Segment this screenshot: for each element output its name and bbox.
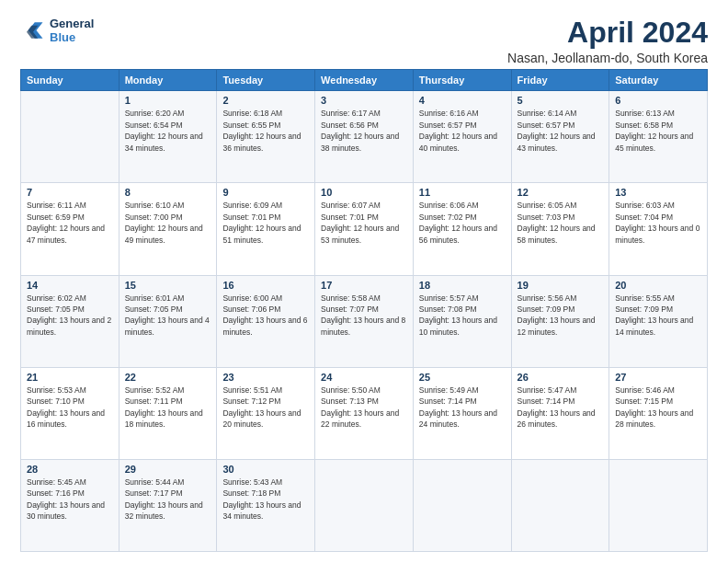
cell-w4-d6 (609, 459, 708, 551)
week-row-4: 28Sunrise: 5:45 AMSunset: 7:16 PMDayligh… (21, 459, 708, 551)
cell-info: Sunrise: 6:16 AMSunset: 6:57 PMDaylight:… (419, 109, 497, 152)
cell-w0-d2: 2Sunrise: 6:18 AMSunset: 6:55 PMDaylight… (217, 91, 315, 183)
cell-info: Sunrise: 6:10 AMSunset: 7:00 PMDaylight:… (125, 201, 203, 244)
cell-info: Sunrise: 6:14 AMSunset: 6:57 PMDaylight:… (518, 109, 596, 152)
cell-w1-d1: 8Sunrise: 6:10 AMSunset: 7:00 PMDaylight… (119, 183, 217, 275)
page: General Blue April 2024 Nasan, Jeollanam… (0, 0, 728, 563)
cell-info: Sunrise: 6:06 AMSunset: 7:02 PMDaylight:… (419, 201, 497, 244)
cell-info: Sunrise: 5:55 AMSunset: 7:09 PMDaylight:… (615, 293, 693, 337)
cell-info: Sunrise: 6:03 AMSunset: 7:04 PMDaylight:… (615, 201, 700, 244)
cell-info: Sunrise: 6:02 AMSunset: 7:05 PMDaylight:… (27, 293, 111, 337)
cell-w0-d6: 6Sunrise: 6:13 AMSunset: 6:58 PMDaylight… (609, 91, 708, 183)
day-number: 16 (222, 280, 309, 291)
cell-info: Sunrise: 6:05 AMSunset: 7:03 PMDaylight:… (518, 201, 596, 244)
cell-w0-d1: 1Sunrise: 6:20 AMSunset: 6:54 PMDaylight… (119, 91, 217, 183)
title-block: April 2024 Nasan, Jeollanam-do, South Ko… (507, 17, 708, 65)
day-number: 9 (222, 187, 309, 198)
day-number: 7 (27, 187, 113, 198)
day-number: 2 (222, 95, 309, 106)
cell-w2-d4: 18Sunrise: 5:57 AMSunset: 7:08 PMDayligh… (413, 275, 511, 367)
day-number: 21 (27, 372, 113, 383)
cell-w2-d5: 19Sunrise: 5:56 AMSunset: 7:09 PMDayligh… (511, 275, 609, 367)
cell-w4-d2: 30Sunrise: 5:43 AMSunset: 7:18 PMDayligh… (217, 459, 315, 551)
cell-info: Sunrise: 5:45 AMSunset: 7:16 PMDaylight:… (27, 477, 105, 521)
cell-info: Sunrise: 6:13 AMSunset: 6:58 PMDaylight:… (615, 109, 693, 152)
cell-info: Sunrise: 5:47 AMSunset: 7:14 PMDaylight:… (518, 385, 596, 429)
cell-info: Sunrise: 6:18 AMSunset: 6:55 PMDaylight:… (222, 109, 301, 152)
day-number: 13 (615, 187, 701, 198)
day-number: 6 (615, 95, 701, 106)
day-number: 19 (518, 280, 604, 291)
day-number: 24 (321, 372, 407, 383)
cell-w3-d0: 21Sunrise: 5:53 AMSunset: 7:10 PMDayligh… (21, 367, 119, 459)
cell-info: Sunrise: 6:00 AMSunset: 7:06 PMDaylight:… (222, 293, 307, 337)
cell-w3-d2: 23Sunrise: 5:51 AMSunset: 7:12 PMDayligh… (217, 367, 315, 459)
day-number: 30 (222, 464, 309, 475)
cell-w1-d3: 10Sunrise: 6:07 AMSunset: 7:01 PMDayligh… (315, 183, 414, 275)
cell-info: Sunrise: 5:52 AMSunset: 7:11 PMDaylight:… (125, 385, 203, 429)
day-number: 4 (419, 95, 506, 106)
day-number: 18 (419, 280, 506, 291)
cell-info: Sunrise: 6:17 AMSunset: 6:56 PMDaylight:… (321, 109, 399, 152)
cell-info: Sunrise: 5:44 AMSunset: 7:17 PMDaylight:… (125, 477, 203, 521)
day-number: 20 (615, 280, 701, 291)
cell-info: Sunrise: 5:56 AMSunset: 7:09 PMDaylight:… (518, 293, 596, 337)
cell-w1-d0: 7Sunrise: 6:11 AMSunset: 6:59 PMDaylight… (21, 183, 119, 275)
day-number: 23 (222, 372, 309, 383)
cell-info: Sunrise: 6:11 AMSunset: 6:59 PMDaylight:… (27, 201, 105, 244)
day-number: 11 (419, 187, 506, 198)
day-number: 27 (615, 372, 701, 383)
cell-info: Sunrise: 5:49 AMSunset: 7:14 PMDaylight:… (419, 385, 497, 429)
main-title: April 2024 (507, 17, 708, 49)
cell-w0-d0 (21, 91, 119, 183)
cell-info: Sunrise: 6:20 AMSunset: 6:54 PMDaylight:… (125, 109, 203, 152)
day-number: 17 (321, 280, 407, 291)
col-monday: Monday (119, 70, 217, 91)
cell-info: Sunrise: 6:09 AMSunset: 7:01 PMDaylight:… (222, 201, 301, 244)
col-friday: Friday (511, 70, 609, 91)
cell-info: Sunrise: 5:58 AMSunset: 7:07 PMDaylight:… (321, 293, 405, 337)
cell-w4-d5 (511, 459, 609, 551)
header: General Blue April 2024 Nasan, Jeollanam… (20, 17, 708, 65)
week-row-1: 7Sunrise: 6:11 AMSunset: 6:59 PMDaylight… (21, 183, 708, 275)
col-thursday: Thursday (413, 70, 511, 91)
day-number: 10 (321, 187, 407, 198)
cell-w0-d4: 4Sunrise: 6:16 AMSunset: 6:57 PMDaylight… (413, 91, 511, 183)
cell-w3-d1: 22Sunrise: 5:52 AMSunset: 7:11 PMDayligh… (119, 367, 217, 459)
cell-w2-d2: 16Sunrise: 6:00 AMSunset: 7:06 PMDayligh… (217, 275, 315, 367)
logo: General Blue (20, 17, 94, 44)
cell-info: Sunrise: 6:01 AMSunset: 7:05 PMDaylight:… (125, 293, 210, 337)
cell-w2-d3: 17Sunrise: 5:58 AMSunset: 7:07 PMDayligh… (315, 275, 414, 367)
cell-w1-d5: 12Sunrise: 6:05 AMSunset: 7:03 PMDayligh… (511, 183, 609, 275)
day-number: 28 (27, 464, 113, 475)
cell-info: Sunrise: 5:51 AMSunset: 7:12 PMDaylight:… (222, 385, 301, 429)
day-number: 29 (125, 464, 211, 475)
cell-info: Sunrise: 5:53 AMSunset: 7:10 PMDaylight:… (27, 385, 105, 429)
cell-w0-d5: 5Sunrise: 6:14 AMSunset: 6:57 PMDaylight… (511, 91, 609, 183)
col-sunday: Sunday (21, 70, 119, 91)
calendar-table: Sunday Monday Tuesday Wednesday Thursday… (20, 69, 708, 552)
cell-w3-d3: 24Sunrise: 5:50 AMSunset: 7:13 PMDayligh… (315, 367, 414, 459)
calendar-body: 1Sunrise: 6:20 AMSunset: 6:54 PMDaylight… (21, 91, 708, 552)
day-number: 26 (518, 372, 604, 383)
cell-info: Sunrise: 6:07 AMSunset: 7:01 PMDaylight:… (321, 201, 399, 244)
week-row-2: 14Sunrise: 6:02 AMSunset: 7:05 PMDayligh… (21, 275, 708, 367)
cell-info: Sunrise: 5:46 AMSunset: 7:15 PMDaylight:… (615, 385, 693, 429)
col-wednesday: Wednesday (315, 70, 414, 91)
day-number: 5 (518, 95, 604, 106)
col-tuesday: Tuesday (217, 70, 315, 91)
cell-w2-d0: 14Sunrise: 6:02 AMSunset: 7:05 PMDayligh… (21, 275, 119, 367)
cell-w1-d6: 13Sunrise: 6:03 AMSunset: 7:04 PMDayligh… (609, 183, 708, 275)
day-number: 15 (125, 280, 211, 291)
cell-w4-d3 (315, 459, 414, 551)
cell-w3-d4: 25Sunrise: 5:49 AMSunset: 7:14 PMDayligh… (413, 367, 511, 459)
cell-w4-d1: 29Sunrise: 5:44 AMSunset: 7:17 PMDayligh… (119, 459, 217, 551)
cell-w4-d0: 28Sunrise: 5:45 AMSunset: 7:16 PMDayligh… (21, 459, 119, 551)
cell-w4-d4 (413, 459, 511, 551)
day-number: 22 (125, 372, 211, 383)
cell-w2-d6: 20Sunrise: 5:55 AMSunset: 7:09 PMDayligh… (609, 275, 708, 367)
day-number: 3 (321, 95, 407, 106)
cell-info: Sunrise: 5:50 AMSunset: 7:13 PMDaylight:… (321, 385, 399, 429)
cell-w1-d4: 11Sunrise: 6:06 AMSunset: 7:02 PMDayligh… (413, 183, 511, 275)
cell-info: Sunrise: 5:43 AMSunset: 7:18 PMDaylight:… (222, 477, 301, 521)
